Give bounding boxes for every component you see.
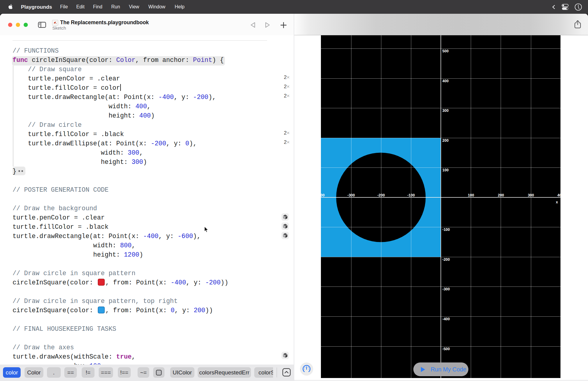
- svg-text:-100: -100: [442, 228, 450, 232]
- svg-text:300: 300: [442, 109, 449, 113]
- svg-text:-200: -200: [377, 193, 385, 197]
- svg-text:500: 500: [442, 49, 449, 53]
- svg-text:300: 300: [528, 193, 534, 197]
- svg-text:400: 400: [557, 193, 560, 197]
- svg-text:-200: -200: [442, 257, 450, 262]
- svg-text:-500: -500: [442, 347, 450, 351]
- svg-text:x: x: [556, 200, 558, 204]
- svg-text:-400: -400: [442, 317, 450, 321]
- svg-text:-300: -300: [347, 193, 355, 197]
- svg-text:100: 100: [468, 193, 474, 197]
- svg-text:400: 400: [442, 79, 449, 83]
- svg-text:100: 100: [442, 168, 449, 172]
- svg-text:200: 200: [498, 193, 504, 197]
- svg-text:-400: -400: [321, 193, 325, 197]
- svg-text:-100: -100: [407, 193, 415, 197]
- svg-text:-300: -300: [442, 287, 450, 291]
- svg-text:200: 200: [442, 138, 449, 143]
